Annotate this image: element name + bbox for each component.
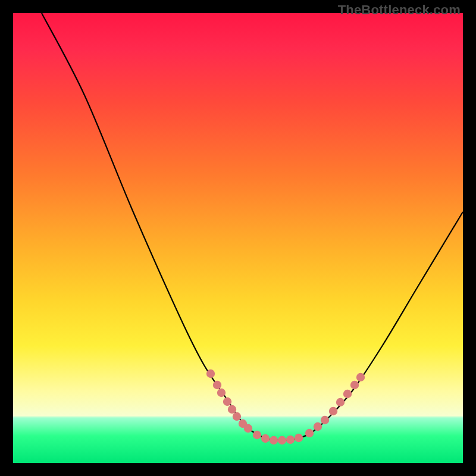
marker-dot (356, 373, 365, 381)
marker-dot (343, 390, 352, 398)
marker-dot (314, 422, 322, 431)
marker-dot (286, 436, 295, 444)
marker-dot (278, 436, 286, 444)
marker-dots (206, 369, 365, 444)
chart-svg (13, 13, 463, 463)
bottleneck-curve (42, 13, 463, 440)
marker-dot (228, 405, 236, 414)
marker-dot (270, 436, 278, 444)
marker-dot (305, 429, 314, 437)
chart-frame: TheBottleneck.com (0, 0, 476, 476)
marker-dot (253, 431, 261, 439)
marker-dot (213, 381, 221, 389)
marker-dot (295, 434, 303, 442)
marker-dot (350, 381, 359, 389)
marker-dot (336, 398, 345, 406)
marker-dot (261, 434, 270, 443)
marker-dot (321, 416, 329, 424)
marker-dot (206, 369, 215, 378)
marker-dot (233, 412, 241, 421)
marker-dot (217, 389, 226, 397)
marker-dot (223, 397, 231, 406)
marker-dot (329, 407, 337, 415)
marker-dot (244, 424, 252, 433)
